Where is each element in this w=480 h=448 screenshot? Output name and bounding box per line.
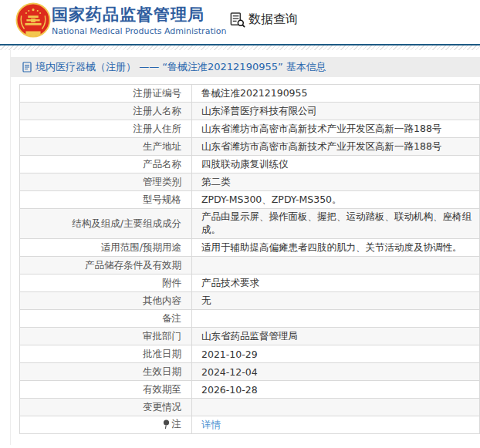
table-row: 注册证编号鲁械注准20212190955: [20, 85, 480, 103]
table-row: 批准日期2021-10-29: [20, 345, 480, 363]
row-label: 产品储存条件及有效期: [20, 257, 192, 275]
data-query-label: 数据查询: [248, 12, 298, 28]
row-label: 注册证编号: [20, 85, 192, 103]
row-label: 注册人名称: [20, 103, 192, 120]
row-value: [192, 399, 480, 416]
table-row: 结构及组成/主要组成成分产品由显示屏、操作面板、握把、运动踏板、联动机构、座椅组…: [20, 209, 480, 239]
row-value: 2024-12-04: [192, 363, 480, 381]
section-header-bar: 境内医疗器械（注册） —— “鲁械注准20212190955” 基本信息: [11, 57, 480, 77]
row-label: 产品名称: [20, 156, 192, 173]
content-area: 境内医疗器械（注册） —— “鲁械注准20212190955” 基本信息 注册证…: [10, 50, 480, 445]
row-label: 变更情况: [20, 399, 192, 416]
row-value: 详情: [192, 416, 480, 434]
table-row: 变更情况: [20, 399, 480, 416]
table-row: 适用范围/预期用途适用于辅助提高偏瘫患者四肢的肌力、关节活动度及协调性。: [20, 239, 480, 257]
table-row: 注册人名称山东泽普医疗科技有限公司: [20, 103, 480, 120]
table-row: 型号规格ZPDY-MS300、ZPDY-MS350。: [20, 191, 480, 209]
table-row: 审批部门山东省药品监督管理局: [20, 328, 480, 345]
row-value: 鲁械注准20212190955: [192, 85, 480, 103]
table-row: 有效期至2026-10-28: [20, 381, 480, 399]
row-value: 无: [192, 292, 480, 310]
row-label: 注册人住所: [20, 120, 192, 138]
row-label: 结构及组成/主要组成成分: [20, 209, 192, 239]
table-row: 其他内容无: [20, 292, 480, 310]
table-row: 生产地址山东省潍坊市高密市高新技术产业开发区高新一路188号: [20, 138, 480, 156]
row-label: 批准日期: [20, 345, 192, 363]
table-row-note: 注 详情: [20, 416, 480, 434]
national-emblem-icon[interactable]: [15, 1, 51, 41]
table-row: 产品名称四肢联动康复训练仪: [20, 156, 480, 173]
row-label: 有效期至: [20, 381, 192, 399]
org-name-cn: 国家药品监督管理局: [52, 5, 226, 25]
row-value: 产品技术要求: [192, 275, 480, 292]
document-icon: [22, 62, 32, 72]
row-value: ZPDY-MS300、ZPDY-MS350。: [192, 191, 480, 209]
row-label: 管理类别: [20, 173, 192, 191]
row-label: 型号规格: [20, 191, 192, 209]
page-title: 境内医疗器械（注册） —— “鲁械注准20212190955” 基本信息: [35, 60, 326, 74]
row-label: 其他内容: [20, 292, 192, 310]
row-label: 适用范围/预期用途: [20, 239, 192, 257]
row-value: 2026-10-28: [192, 381, 480, 399]
row-value: [192, 257, 480, 275]
table-row: 管理类别第二类: [20, 173, 480, 191]
row-value: 适用于辅助提高偏瘫患者四肢的肌力、关节活动度及协调性。: [192, 239, 480, 257]
row-value: 产品由显示屏、操作面板、握把、运动踏板、联动机构、座椅组成。: [192, 209, 480, 239]
table-row: 备注: [20, 310, 480, 328]
row-value: 2021-10-29: [192, 345, 480, 363]
row-label: 生产地址: [20, 138, 192, 156]
note-details-link[interactable]: 详情: [201, 419, 221, 430]
document-search-icon: [229, 12, 245, 28]
row-value: 山东省潍坊市高密市高新技术产业开发区高新一路188号: [192, 138, 480, 156]
row-label: 附件: [20, 275, 192, 292]
row-value: 山东省药品监督管理局: [192, 328, 480, 345]
table-row: 生效日期2024-12-04: [20, 363, 480, 381]
site-logo-title[interactable]: 国家药品监督管理局 National Medical Products Admi…: [52, 5, 226, 37]
org-name-en: National Medical Products Administration: [52, 25, 226, 37]
row-label: 备注: [20, 310, 192, 328]
table-row: 附件产品技术要求: [20, 275, 480, 292]
table-row: 注册人住所山东省潍坊市高密市高新技术产业开发区高新一路188号: [20, 120, 480, 138]
row-value: 第二类: [192, 173, 480, 191]
row-label: 生效日期: [20, 363, 192, 381]
table-row: 产品储存条件及有效期: [20, 257, 480, 275]
nav-data-query[interactable]: 数据查询: [229, 12, 298, 28]
row-value: [192, 310, 480, 328]
row-label: 注: [20, 416, 192, 434]
site-header: 国家药品监督管理局 National Medical Products Admi…: [0, 0, 480, 44]
note-label: 注: [172, 418, 182, 431]
row-value: 山东省潍坊市高密市高新技术产业开发区高新一路188号: [192, 120, 480, 138]
row-value: 四肢联动康复训练仪: [192, 156, 480, 173]
row-value: 山东泽普医疗科技有限公司: [192, 103, 480, 120]
row-label: 审批部门: [20, 328, 192, 345]
note-balloon-icon: [163, 419, 170, 429]
registration-info-table: 注册证编号鲁械注准20212190955 注册人名称山东泽普医疗科技有限公司 注…: [19, 84, 480, 434]
